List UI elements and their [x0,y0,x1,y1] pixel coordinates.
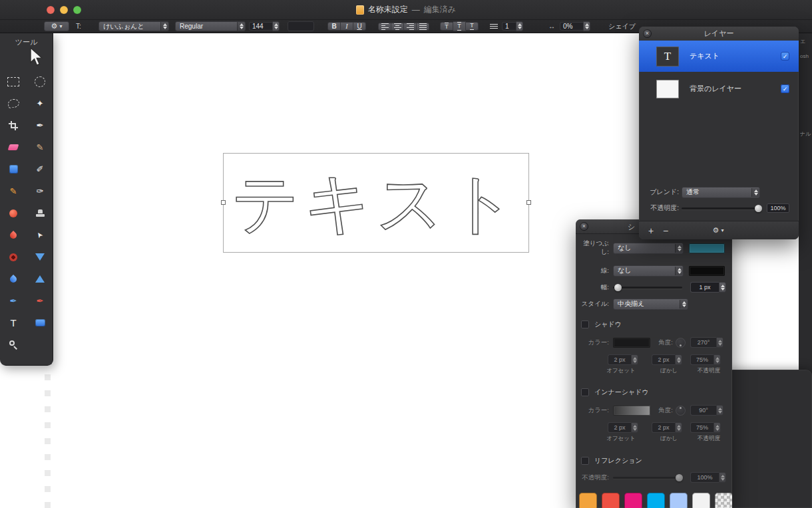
tool-crop[interactable] [5,117,22,134]
stroke-color-well[interactable] [689,266,725,276]
valign-middle-button[interactable]: T [453,21,466,31]
layer-thumbnail[interactable]: T [656,47,679,66]
tool-paintbrush[interactable]: ✎ [31,139,49,156]
tool-rect-select[interactable] [5,73,22,90]
inner-shadow-checkbox[interactable] [581,388,589,396]
reflection-opacity-value[interactable]: 100% [690,472,719,483]
valign-top-button[interactable]: T [440,22,453,31]
shadow-opacity-value[interactable]: 75% [690,354,713,365]
tool-eyedropper[interactable] [5,227,22,244]
style-swatch-white[interactable] [692,493,710,508]
underline-button[interactable]: U [353,22,366,31]
layer-name[interactable]: 背景のレイヤー [690,84,781,94]
font-size-field[interactable]: 144 [249,21,280,31]
style-swatch-magenta[interactable] [624,493,642,508]
canvas-text[interactable]: テキスト [232,170,520,236]
layer-row-text[interactable]: T テキスト ✓ [639,41,799,72]
tool-color-swatch[interactable] [5,161,22,178]
tool-zoom[interactable] [5,336,22,354]
align-left-button[interactable] [378,23,391,31]
style-swatch-cyan[interactable] [647,493,665,508]
stroke-width-slider[interactable] [613,287,682,289]
align-justify-button[interactable] [417,23,429,31]
reflection-checkbox[interactable] [581,457,589,465]
tool-marker[interactable]: ✑ [31,183,49,200]
shadow-angle-dial[interactable] [676,338,686,348]
reflection-opacity-slider[interactable] [613,477,682,479]
font-family-stepper[interactable] [160,22,168,31]
tool-pencil[interactable]: ✎ [5,183,22,200]
layers-gear-button[interactable]: ⚙▾ [708,221,728,239]
reflection-opacity-field[interactable]: 100% [690,472,726,483]
inner-shadow-angle-field[interactable]: 90° [690,405,723,416]
stroke-width-stepper[interactable] [719,282,726,293]
slider-knob[interactable] [676,474,683,481]
tool-ellipse-select[interactable] [31,73,49,90]
shadow-angle-stepper[interactable] [716,337,723,348]
tool-magic-wand[interactable]: ✦ [31,95,49,112]
stroke-type-select[interactable]: なし [613,265,684,277]
shadow-offset-stepper[interactable] [631,354,638,365]
stroke-type-stepper[interactable] [675,267,683,275]
layer-thumbnail[interactable] [656,80,679,98]
tool-warp[interactable] [31,249,49,266]
inner-shadow-offset-value[interactable]: 2 px [608,422,631,433]
shadow-offset-value[interactable]: 2 px [608,354,631,365]
tool-shape[interactable] [31,315,49,332]
align-right-button[interactable] [404,23,417,31]
tool-options-gear-button[interactable]: ⚙▾ [44,21,69,31]
close-icon[interactable]: × [580,222,588,231]
italic-button[interactable]: I [341,22,353,31]
shadow-color-well[interactable] [613,338,650,348]
convert-to-shape-button[interactable]: シェイプ [608,21,636,31]
inner-shadow-offset-stepper[interactable] [631,422,638,433]
font-weight-stepper[interactable] [237,22,245,31]
inner-shadow-angle-dial[interactable] [676,406,686,416]
inner-shadow-angle-value[interactable]: 90° [690,405,716,416]
tool-blur[interactable] [5,271,22,288]
line-spacing-stepper[interactable] [516,21,523,31]
tool-brush[interactable]: ✐ [31,161,49,178]
style-swatch-red[interactable] [602,493,620,508]
shadow-blur-stepper[interactable] [675,354,682,365]
shadow-angle-value[interactable]: 270° [690,337,716,348]
tool-sharpen[interactable] [31,271,49,288]
style-swatch-orange[interactable] [579,493,597,508]
font-size-stepper[interactable] [272,21,280,31]
shadow-blur-value[interactable]: 2 px [652,354,675,365]
selection-handle-left[interactable] [221,200,226,205]
move-tool-button[interactable] [27,47,43,70]
selection-handle-right[interactable] [526,200,531,205]
tool-pen[interactable]: ✒ [31,117,49,134]
tool-red-eye[interactable] [5,249,22,266]
fill-type-stepper[interactable] [675,244,683,253]
close-icon[interactable]: × [643,29,652,38]
shadow-angle-field[interactable]: 270° [690,337,723,348]
align-center-button[interactable] [391,23,404,31]
shadow-offset-field[interactable]: 2 px [608,354,638,365]
shadow-checkbox[interactable] [581,320,589,328]
tracking-stepper[interactable] [583,21,590,31]
tracking-field[interactable]: 0% [560,21,590,31]
shadow-opacity-field[interactable]: 75% [690,354,721,365]
font-family-select[interactable]: けいふぉんと [99,21,169,31]
valign-bottom-button[interactable]: T [466,22,479,31]
slider-knob[interactable] [614,284,622,291]
tool-text[interactable]: T [5,315,22,332]
tool-paint-bucket[interactable] [5,205,22,222]
inner-shadow-blur-stepper[interactable] [675,422,682,433]
background-panel-window[interactable] [727,370,812,508]
style-swatch-lightblue[interactable] [670,493,688,508]
text-color-field[interactable] [288,21,314,31]
inner-shadow-color-well[interactable] [613,406,650,416]
shadow-opacity-stepper[interactable] [713,354,721,365]
fill-type-select[interactable]: なし [613,243,684,254]
inner-shadow-opacity-stepper[interactable] [713,422,721,433]
font-size-value[interactable]: 144 [249,22,272,31]
font-weight-select[interactable]: Regular [175,21,246,31]
stroke-width-field[interactable]: 1 px [690,282,726,293]
stroke-width-value[interactable]: 1 px [690,282,719,293]
reflection-opacity-stepper[interactable] [719,472,726,483]
remove-layer-button[interactable]: − [659,221,672,239]
add-layer-button[interactable]: + [644,221,658,239]
